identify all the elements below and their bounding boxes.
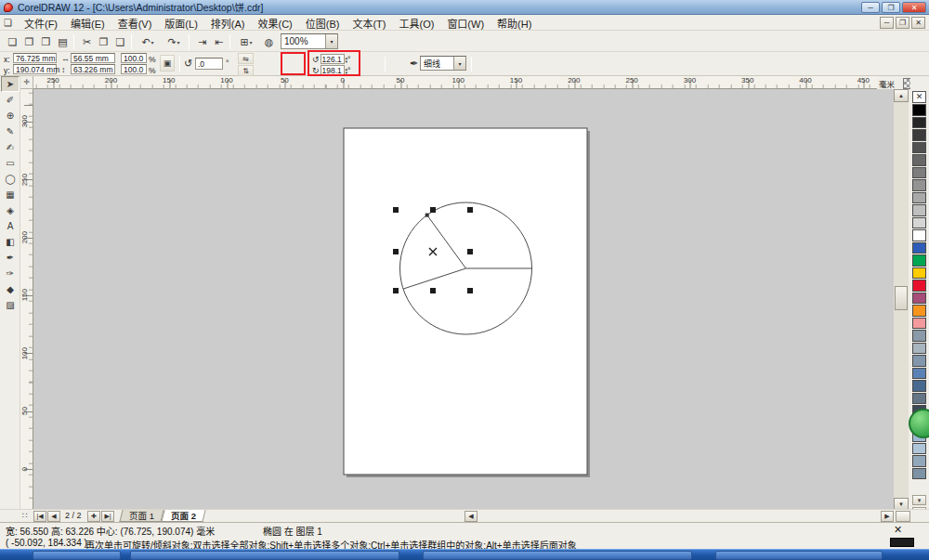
color-swatch[interactable]: [912, 129, 926, 141]
first-page-icon[interactable]: |◀: [33, 511, 46, 522]
menu-item[interactable]: 文件(F): [18, 15, 64, 32]
interactive-blend-tool-icon[interactable]: ◧: [1, 234, 20, 250]
color-swatch[interactable]: [912, 293, 926, 305]
scale-v-field[interactable]: 100.0: [121, 64, 147, 74]
color-swatch[interactable]: [912, 468, 926, 480]
previous-page-icon[interactable]: ◀: [47, 511, 60, 522]
color-swatch[interactable]: [912, 229, 926, 241]
next-page-icon[interactable]: ▶|: [101, 511, 114, 522]
open-icon[interactable]: ❐: [20, 33, 38, 50]
interactive-fill-tool-icon[interactable]: ▨: [1, 297, 20, 313]
outline-tool-icon[interactable]: ✑: [1, 266, 20, 281]
scroll-left-icon[interactable]: ◀: [464, 511, 478, 522]
ellipse-tool-icon[interactable]: ◯: [1, 171, 20, 187]
menu-item[interactable]: 帮助(H): [491, 15, 538, 32]
handle-bottom-center[interactable]: [430, 288, 436, 293]
shape-tool-icon[interactable]: ✐: [1, 92, 20, 108]
vertical-scrollbar[interactable]: ▲ ▼: [894, 89, 909, 511]
menu-item[interactable]: 查看(V): [111, 15, 159, 32]
doc-close-button[interactable]: ✕: [911, 17, 925, 29]
mirror-horizontal-icon[interactable]: ⇋: [238, 53, 254, 64]
pick-tool-icon[interactable]: ➤: [1, 76, 20, 92]
cut-icon[interactable]: ✂: [78, 33, 96, 50]
color-swatch[interactable]: [912, 355, 926, 367]
new-icon[interactable]: ❏: [4, 33, 21, 50]
mirror-vertical-icon[interactable]: ⇅: [238, 65, 254, 76]
object-height-field[interactable]: 63.226 mm: [71, 64, 115, 74]
color-swatch[interactable]: [912, 117, 926, 129]
color-swatch[interactable]: [912, 305, 926, 317]
chevron-down-icon[interactable]: ▾: [325, 34, 337, 48]
color-swatch[interactable]: [912, 455, 926, 467]
color-swatch[interactable]: [912, 254, 926, 267]
zoom-tool-icon[interactable]: ⊕: [1, 108, 20, 124]
application-launcher-icon[interactable]: ⊞▾: [234, 33, 258, 50]
save-icon[interactable]: ❒: [37, 33, 55, 50]
drawing-canvas[interactable]: [33, 89, 894, 511]
color-swatch[interactable]: [912, 318, 926, 330]
handle-middle-right[interactable]: [467, 249, 473, 254]
copy-icon[interactable]: ❐: [95, 33, 112, 50]
redo-icon[interactable]: ↷▾: [162, 33, 186, 50]
print-icon[interactable]: ▤: [54, 33, 72, 50]
scroll-up-icon[interactable]: ▲: [894, 89, 909, 102]
text-tool-icon[interactable]: A: [1, 218, 20, 234]
handle-top-right[interactable]: [467, 207, 473, 213]
ruler-origin-icon[interactable]: ✛: [20, 76, 33, 89]
color-swatch[interactable]: [912, 179, 926, 191]
scroll-right-icon[interactable]: ▶: [881, 511, 894, 522]
color-swatch[interactable]: [912, 154, 926, 166]
scale-h-field[interactable]: 100.0: [121, 53, 147, 63]
color-swatch[interactable]: [912, 167, 926, 179]
export-icon[interactable]: ⇤: [210, 33, 228, 50]
menu-item[interactable]: 版面(L): [158, 15, 203, 32]
taskbar-button[interactable]: [715, 551, 883, 560]
color-swatch[interactable]: [912, 192, 926, 204]
eyedropper-tool-icon[interactable]: ✒: [1, 250, 20, 266]
color-swatch[interactable]: [912, 267, 926, 280]
handle-bottom-left[interactable]: [393, 288, 399, 293]
menu-item[interactable]: 文本(T): [346, 15, 392, 32]
menu-item[interactable]: 窗口(W): [440, 15, 491, 32]
menu-item[interactable]: 排列(A): [204, 15, 252, 32]
taskbar-button[interactable]: [130, 551, 399, 560]
color-swatch[interactable]: [912, 330, 926, 342]
color-swatch[interactable]: [912, 368, 926, 380]
freehand-tool-icon[interactable]: ✎: [1, 124, 20, 139]
zoom-level-combo[interactable]: 100% ▾: [281, 33, 338, 49]
menu-item[interactable]: 位图(B): [299, 15, 347, 32]
color-swatch[interactable]: [912, 280, 926, 292]
y-position-field[interactable]: 190.074 mm: [13, 64, 57, 74]
handle-top-left[interactable]: [393, 207, 399, 213]
palette-scroll-down-icon[interactable]: ▾: [912, 495, 926, 505]
minimize-button[interactable]: ─: [861, 2, 880, 13]
x-position-field[interactable]: 76.725 mm: [13, 53, 57, 63]
no-color-swatch[interactable]: ✕: [912, 91, 926, 103]
menu-item[interactable]: 编辑(E): [64, 15, 111, 32]
smart-drawing-tool-icon[interactable]: ✍: [1, 139, 20, 155]
handle-top-center[interactable]: [430, 207, 436, 213]
add-page-icon[interactable]: ✚: [87, 511, 100, 522]
graph-paper-tool-icon[interactable]: ▦: [1, 187, 20, 202]
doc-restore-button[interactable]: ❐: [896, 17, 909, 29]
grab-handle-icon[interactable]: ∷: [22, 511, 28, 520]
handle-middle-left[interactable]: [393, 249, 399, 254]
basic-shapes-tool-icon[interactable]: ◈: [1, 202, 20, 218]
object-width-field[interactable]: 56.55 mm: [71, 53, 115, 63]
tab-page-1[interactable]: 页面 1: [119, 510, 164, 522]
vertical-scroll-thumb[interactable]: [895, 286, 908, 310]
corel-online-icon[interactable]: ◍: [260, 33, 278, 50]
drawing-surface[interactable]: [33, 89, 894, 511]
chevron-down-icon[interactable]: ▾: [453, 57, 465, 70]
color-swatch[interactable]: [912, 104, 926, 116]
rectangle-tool-icon[interactable]: ▭: [1, 155, 20, 171]
close-button[interactable]: ✕: [902, 2, 926, 13]
undo-icon[interactable]: ↶▾: [136, 33, 160, 50]
import-icon[interactable]: ⇥: [193, 33, 211, 50]
wedge-node[interactable]: [425, 214, 429, 217]
maximize-button[interactable]: ❐: [882, 2, 900, 13]
paste-icon[interactable]: ❑: [111, 33, 129, 50]
handle-bottom-right[interactable]: [467, 288, 473, 293]
color-swatch[interactable]: [912, 343, 926, 355]
doc-minimize-button[interactable]: ─: [880, 17, 894, 29]
